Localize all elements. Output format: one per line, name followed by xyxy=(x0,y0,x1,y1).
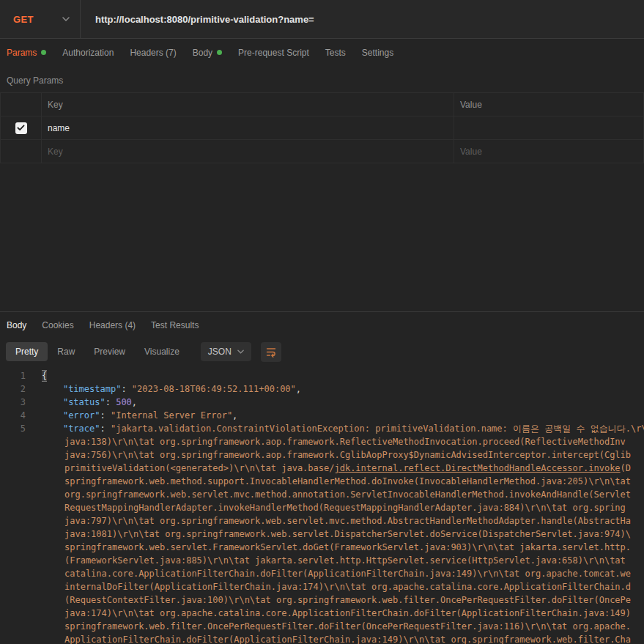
code-text: java:174)\r\n\tat org.apache.catalina.co… xyxy=(42,607,631,620)
body-indicator-dot xyxy=(217,50,222,55)
language-dropdown[interactable]: JSON xyxy=(201,342,251,361)
view-tab-preview[interactable]: Preview xyxy=(84,342,135,361)
code-text: java:797)\r\n\tat org.springframework.we… xyxy=(42,514,631,528)
tab-body-label: Body xyxy=(193,48,212,58)
request-url-bar: GET http://localhost:8080/primitive-vali… xyxy=(0,0,644,39)
language-label: JSON xyxy=(208,347,232,357)
code-text: org.springframework.web.servlet.mvc.meth… xyxy=(42,488,631,501)
code-text: { xyxy=(42,369,47,382)
response-tab-headers[interactable]: Headers (4) xyxy=(89,320,136,330)
line-number xyxy=(0,462,26,475)
code-line: java:756)\r\n\tat org.springframework.ao… xyxy=(0,448,644,462)
code-line: java:1081)\r\n\tat org.springframework.w… xyxy=(0,528,644,541)
tab-settings[interactable]: Settings xyxy=(362,48,393,58)
code-line: 2 "timestamp": "2023-08-18T06:49:52.111+… xyxy=(0,382,644,396)
code-line: 4 "error": "Internal Server Error", xyxy=(0,409,644,422)
query-params-table: Key Value name Key Value xyxy=(0,92,644,163)
param-value-placeholder[interactable]: Value xyxy=(454,140,644,163)
code-line: 5 "trace": "jakarta.validation.Constrain… xyxy=(0,422,644,435)
line-number xyxy=(0,580,26,593)
line-number: 3 xyxy=(0,396,26,409)
param-checkbox-cell xyxy=(1,116,42,140)
tab-tests-label: Tests xyxy=(325,48,346,58)
code-text: internalDoFilter(ApplicationFilterChain.… xyxy=(42,580,631,593)
line-number: 4 xyxy=(0,409,26,422)
code-line: 1{ xyxy=(0,369,644,382)
response-section: Body Cookies Headers (4) Test Results Pr… xyxy=(0,311,644,644)
tab-body[interactable]: Body xyxy=(193,48,222,58)
response-tab-test-results[interactable]: Test Results xyxy=(151,320,199,330)
code-text: java:138)\r\n\tat org.springframework.ao… xyxy=(42,435,626,448)
code-text: ApplicationFilterChain.doFilter(Applicat… xyxy=(42,633,631,644)
code-line: RequestMappingHandlerAdapter.invokeHandl… xyxy=(0,501,644,514)
code-text: "error": "Internal Server Error", xyxy=(42,409,237,422)
line-number xyxy=(0,514,26,528)
method-dropdown[interactable]: GET xyxy=(0,0,81,38)
tab-authorization[interactable]: Authorization xyxy=(62,48,114,58)
code-line: org.springframework.web.servlet.mvc.meth… xyxy=(0,488,644,501)
url-input[interactable]: http://localhost:8080/primitive-validati… xyxy=(81,0,644,38)
code-text: "status": 500, xyxy=(42,396,137,409)
wrap-text-icon xyxy=(265,349,277,360)
line-number xyxy=(0,607,26,620)
line-number xyxy=(0,488,26,501)
view-tab-visualize[interactable]: Visualize xyxy=(135,342,189,361)
code-line: springframework.web.method.support.Invoc… xyxy=(0,475,644,488)
code-text: springframework.web.servlet.FrameworkSer… xyxy=(42,541,631,554)
code-text: catalina.core.ApplicationFilterChain.doF… xyxy=(42,567,631,580)
code-line: springframework.web.filter.OncePerReques… xyxy=(0,620,644,633)
line-number xyxy=(0,554,26,567)
param-row: name xyxy=(1,116,644,140)
response-tabs: Body Cookies Headers (4) Test Results xyxy=(0,312,644,338)
tab-pre-request-script-label: Pre-request Script xyxy=(238,48,309,58)
line-number xyxy=(0,475,26,488)
chevron-down-icon xyxy=(237,349,244,354)
line-number: 5 xyxy=(0,422,26,435)
param-value-cell[interactable] xyxy=(454,116,644,140)
code-editor[interactable]: 1{2 "timestamp": "2023-08-18T06:49:52.11… xyxy=(0,369,644,644)
view-tab-pretty[interactable]: Pretty xyxy=(6,342,48,361)
response-view-toolbar: Pretty Raw Preview Visualize JSON xyxy=(0,338,644,365)
line-number xyxy=(0,541,26,554)
line-number xyxy=(0,620,26,633)
tab-params-label: Params xyxy=(7,48,37,58)
line-number xyxy=(0,593,26,607)
code-text: "timestamp": "2023-08-18T06:49:52.111+00… xyxy=(42,382,301,396)
response-tab-cookies[interactable]: Cookies xyxy=(42,320,73,330)
param-enabled-checkbox[interactable] xyxy=(15,122,27,134)
code-line: (FrameworkServlet.java:885)\r\n\tat jaka… xyxy=(0,554,644,567)
code-line: (RequestContextFilter.java:100)\r\n\tat … xyxy=(0,593,644,607)
line-number xyxy=(0,633,26,644)
code-text: java:756)\r\n\tat org.springframework.ao… xyxy=(42,448,631,462)
table-header-row: Key Value xyxy=(1,93,644,116)
tab-pre-request-script[interactable]: Pre-request Script xyxy=(238,48,309,58)
value-column-header: Value xyxy=(454,93,644,116)
line-number: 2 xyxy=(0,382,26,396)
code-text: springframework.web.method.support.Invoc… xyxy=(42,475,631,488)
tab-headers-label: Headers (7) xyxy=(130,48,176,58)
param-key-cell[interactable]: name xyxy=(42,116,454,140)
code-line: java:138)\r\n\tat org.springframework.ao… xyxy=(0,435,644,448)
code-text: "trace": "jakarta.validation.ConstraintV… xyxy=(42,422,644,435)
code-text: RequestMappingHandlerAdapter.invokeHandl… xyxy=(42,501,626,514)
code-line: primitiveValidation(<generated>)\r\n\tat… xyxy=(0,462,644,475)
code-line: catalina.core.ApplicationFilterChain.doF… xyxy=(0,567,644,580)
tab-tests[interactable]: Tests xyxy=(325,48,346,58)
line-number xyxy=(0,435,26,448)
request-tabs: Params Authorization Headers (7) Body Pr… xyxy=(0,39,644,67)
code-line: ApplicationFilterChain.doFilter(Applicat… xyxy=(0,633,644,644)
param-key-placeholder[interactable]: Key xyxy=(42,140,454,163)
code-line: java:797)\r\n\tat org.springframework.we… xyxy=(0,514,644,528)
tab-params[interactable]: Params xyxy=(7,48,46,58)
wrap-text-button[interactable] xyxy=(261,342,281,362)
query-params-title: Query Params xyxy=(7,75,644,86)
param-row-empty: Key Value xyxy=(1,140,644,163)
tab-authorization-label: Authorization xyxy=(62,48,114,58)
code-line: springframework.web.servlet.FrameworkSer… xyxy=(0,541,644,554)
view-tab-raw[interactable]: Raw xyxy=(48,342,84,361)
tab-headers[interactable]: Headers (7) xyxy=(130,48,176,58)
line-number xyxy=(0,448,26,462)
select-all-cell xyxy=(1,93,42,116)
line-number: 1 xyxy=(0,369,26,382)
response-tab-body[interactable]: Body xyxy=(7,320,26,330)
